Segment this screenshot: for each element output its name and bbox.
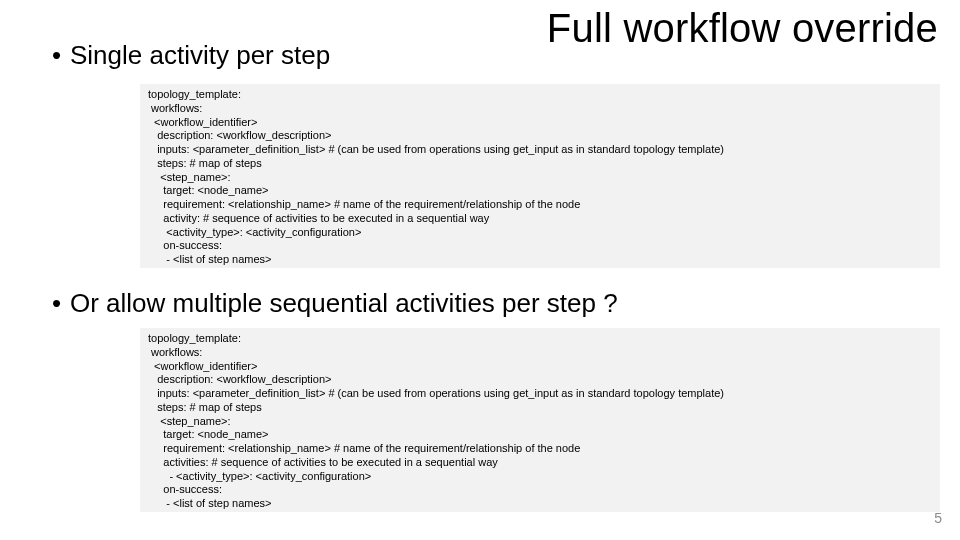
slide-title: Full workflow override <box>547 6 938 51</box>
code-block-single: topology_template: workflows: <workflow_… <box>140 84 940 268</box>
bullet-multiple-activities: Or allow multiple sequential activities … <box>70 288 618 319</box>
code-block-multiple: topology_template: workflows: <workflow_… <box>140 328 940 512</box>
bullet-single-activity: Single activity per step <box>70 40 330 71</box>
slide: Full workflow override Single activity p… <box>0 0 960 540</box>
page-number: 5 <box>934 510 942 526</box>
